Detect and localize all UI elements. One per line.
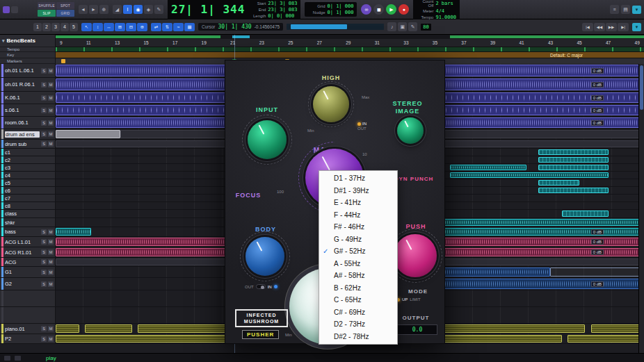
ruler-lane-markers[interactable]: Markers — [0, 58, 55, 64]
track-header-c3[interactable]: c3 — [0, 164, 56, 171]
memory-location-3[interactable]: 3 — [51, 23, 60, 31]
body-knob[interactable] — [245, 237, 284, 276]
audio-region[interactable] — [538, 188, 609, 193]
menu-item-c-65hz[interactable]: C - 65Hz — [319, 294, 397, 306]
menu-item-c-69hz[interactable]: C# - 69Hz — [319, 306, 397, 319]
track-header-c4[interactable]: c4 — [0, 172, 56, 179]
scrubber-tool-button[interactable]: ◈ — [144, 5, 153, 14]
track-name[interactable]: oh.01 R.06.1 — [5, 81, 40, 88]
track-header-c8[interactable]: c8 — [0, 202, 56, 209]
solo-button[interactable]: S — [41, 270, 47, 275]
audio-region[interactable] — [432, 219, 644, 226]
solo-button[interactable]: S — [41, 120, 47, 126]
mute-button[interactable]: M — [48, 141, 54, 147]
track-name[interactable]: ACG L1.01 — [5, 239, 40, 245]
body-switch[interactable] — [256, 284, 266, 289]
high-in-out-toggle[interactable]: IN OUT — [357, 122, 367, 131]
menu-item-d1-37hz[interactable]: D1 - 37Hz — [319, 172, 397, 185]
mute-button[interactable]: M — [48, 326, 54, 331]
audio-region[interactable] — [450, 165, 526, 170]
track-name[interactable]: shkr — [5, 220, 54, 226]
loop-playback-button[interactable]: ∞ — [361, 4, 371, 15]
timeline-selection-ruler[interactable] — [56, 35, 644, 39]
track-name[interactable]: drum ad ens — [5, 131, 40, 138]
link-track-selection-button[interactable]: ⇅ — [162, 23, 172, 31]
memory-location-5[interactable]: 5 — [70, 23, 78, 31]
audio-region[interactable] — [432, 228, 644, 236]
track-name[interactable]: G1 — [5, 269, 40, 275]
solo-button[interactable]: S — [41, 82, 47, 88]
track-header-g2[interactable]: G2SM — [0, 278, 56, 290]
link-timeline-selection-button[interactable]: ⇄ — [151, 23, 161, 31]
midi-merge-button[interactable]: ▣ — [398, 22, 407, 31]
audio-region[interactable] — [85, 324, 132, 333]
track-name[interactable]: drum sub — [5, 141, 40, 147]
mute-button[interactable]: M — [48, 229, 54, 235]
solo-button[interactable]: S — [41, 336, 47, 342]
mode-button-spot[interactable]: SPOT — [56, 2, 74, 9]
marker-chip[interactable] — [61, 59, 65, 63]
menu-item-d2-73hz[interactable]: D2 - 73Hz — [319, 318, 397, 331]
audio-region[interactable] — [538, 149, 609, 155]
stop-button[interactable]: ◼ — [373, 4, 384, 15]
vertical-zoom-button[interactable]: ↕ — [92, 23, 103, 31]
mute-button[interactable]: M — [48, 259, 54, 265]
menu-item-e-41hz[interactable]: E - 41Hz — [319, 197, 397, 209]
nudge-value[interactable]: 0| 1| 000 — [327, 10, 353, 15]
mute-button[interactable]: M — [48, 131, 54, 137]
audio-region[interactable] — [56, 335, 232, 343]
track-header-c7[interactable]: c7 — [0, 195, 56, 201]
track-name[interactable]: bass — [5, 229, 40, 235]
meter-value[interactable]: 4/4 — [435, 8, 444, 14]
audio-region[interactable] — [550, 268, 644, 277]
start-value[interactable]: 23| 3| 083 — [268, 1, 297, 6]
mode-toggle[interactable]: UP LIMIT — [396, 297, 421, 302]
toolbar-menu-arrow[interactable]: ▾ — [632, 6, 641, 14]
main-counter[interactable]: 27| 1| 344 — [171, 3, 245, 16]
menu-item-f-44hz[interactable]: F - 44Hz — [319, 209, 397, 222]
track-name[interactable]: c6 — [5, 188, 54, 194]
mute-button[interactable]: M — [48, 281, 54, 287]
mute-button[interactable]: M — [48, 336, 54, 342]
solo-button[interactable]: S — [41, 281, 47, 287]
pencil-tool-button[interactable]: ✎ — [154, 5, 163, 14]
audio-region[interactable] — [56, 130, 120, 138]
go-to-start-button[interactable]: |◀ — [582, 23, 593, 31]
memory-location-4[interactable]: 4 — [61, 23, 69, 31]
track-name[interactable]: K.06.1 — [5, 94, 40, 101]
mode-button-shuffle[interactable]: SHUFFLE — [38, 2, 56, 9]
footer-toggle-icon[interactable] — [4, 356, 10, 361]
track-name[interactable]: ACG — [5, 259, 40, 265]
zoom-fit-button[interactable]: ⊕ — [137, 23, 147, 31]
track-name[interactable]: class — [5, 211, 54, 217]
grid-display-button[interactable]: ▦ — [184, 23, 195, 31]
audio-region[interactable] — [56, 324, 79, 333]
track-header-item[interactable] — [0, 307, 56, 323]
memory-location-2[interactable]: 2 — [42, 23, 51, 31]
audio-region[interactable] — [562, 211, 609, 217]
grid-icon[interactable] — [11, 6, 18, 13]
solo-button[interactable]: S — [41, 249, 47, 255]
memory-location-1[interactable]: 1 — [33, 23, 42, 31]
track-header-acg[interactable]: ACGSM — [0, 258, 56, 266]
track-header-item[interactable] — [0, 290, 56, 306]
track-header-g1[interactable]: G1SM — [0, 267, 56, 277]
track-name[interactable]: c3 — [5, 165, 54, 171]
vertical-scrollbar[interactable] — [638, 64, 644, 353]
push-knob[interactable] — [394, 234, 437, 277]
ruler-lane-key[interactable]: Key — [0, 52, 55, 58]
audio-region[interactable] — [567, 335, 644, 343]
menu-item-d-2-78hz[interactable]: D#2 - 78Hz — [319, 331, 397, 343]
stereo-image-knob[interactable] — [397, 117, 424, 144]
edit-window-icon[interactable] — [3, 6, 10, 13]
track-header-bass[interactable]: bassSM — [0, 227, 56, 236]
track-name[interactable]: ACG R1.01 — [5, 249, 40, 256]
audio-region[interactable] — [432, 335, 561, 343]
scrollbar-thumb[interactable] — [640, 65, 643, 110]
key-signature-ruler[interactable]: Default: C major — [56, 52, 644, 58]
zoomer-tool-button[interactable]: ⊕ — [99, 5, 108, 14]
track-name[interactable]: c7 — [5, 195, 54, 201]
ruler-lane-tempo[interactable]: Tempo — [0, 47, 55, 52]
body-out-in-toggle[interactable]: OUT IN — [245, 284, 277, 289]
zoom-forward-button[interactable]: ► — [89, 5, 98, 14]
